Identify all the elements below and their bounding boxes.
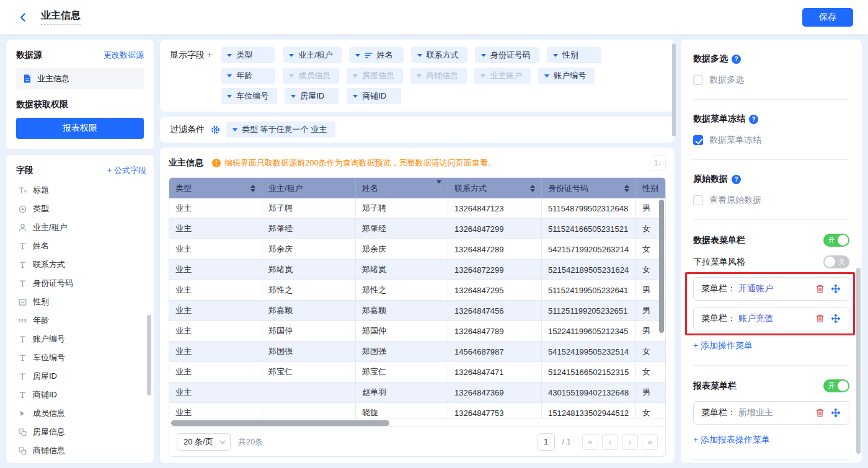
table-cell: 13264872299 <box>448 260 542 280</box>
table-menu-items: 菜单栏：开通账户菜单栏：账户充值 <box>693 277 849 330</box>
table-cell: 151248133502944512 <box>542 403 636 418</box>
trash-icon[interactable] <box>813 312 826 325</box>
help-icon[interactable] <box>749 115 758 124</box>
help-icon[interactable] <box>732 175 741 184</box>
document-icon <box>22 74 32 84</box>
add-display-field-button[interactable]: + <box>207 50 212 60</box>
display-field-chip[interactable]: 账户编号 <box>538 68 595 84</box>
field-item[interactable]: 联系方式 <box>16 255 146 274</box>
chevron-down-icon <box>227 95 232 98</box>
field-item[interactable]: 姓名 <box>16 237 146 255</box>
help-icon[interactable] <box>732 55 741 64</box>
menu-bar-item[interactable]: 菜单栏：账户充值 <box>693 307 849 330</box>
table-cell: 郑国仲 <box>262 321 356 341</box>
display-field-chip[interactable]: 类型 <box>221 47 275 63</box>
filter-condition-chip[interactable]: 类型 等于任意一个 业主 <box>226 121 335 138</box>
move-icon[interactable] <box>829 282 843 296</box>
add-report-menu-link[interactable]: + 添加报表操作菜单 <box>693 435 849 446</box>
field-item[interactable]: 标题 <box>16 181 146 200</box>
column-header[interactable]: 性别 <box>636 178 665 198</box>
trash-icon[interactable] <box>813 406 826 420</box>
column-header[interactable]: 身份证号码 <box>542 178 636 198</box>
table-cell: 男 <box>636 382 665 402</box>
column-header[interactable]: 姓名 <box>356 178 448 198</box>
change-datasource-link[interactable]: 更改数据源 <box>104 50 144 61</box>
display-fields-label: 显示字段+ <box>170 47 212 104</box>
fields-scrollbar[interactable] <box>147 315 151 395</box>
display-field-chip[interactable]: 成员信息 <box>283 68 339 84</box>
display-field-chip[interactable]: 商铺ID <box>347 88 401 104</box>
display-field-chip-label: 姓名 <box>377 50 393 61</box>
table-cell: 13264847471 <box>448 362 542 382</box>
field-item[interactable]: 性别 <box>16 293 146 311</box>
report-menu-toggle[interactable]: 开 <box>823 379 849 392</box>
field-item[interactable]: 车位编号 <box>16 348 146 367</box>
raw-data-checkbox[interactable] <box>693 195 703 205</box>
field-item[interactable]: 账户编号 <box>16 330 146 348</box>
gear-icon[interactable] <box>211 125 220 135</box>
menu-bar-item[interactable]: 菜单栏：新增业主 <box>693 401 849 425</box>
field-item[interactable]: 商铺信息 <box>16 441 146 460</box>
column-header-label: 业主/租户 <box>268 183 303 194</box>
display-field-chip[interactable]: 年龄 <box>221 68 275 84</box>
table-cell: 511251199205232651 <box>542 301 636 320</box>
add-formula-field-link[interactable]: + 公式字段 <box>107 165 146 176</box>
column-header[interactable]: 联系方式 <box>448 178 542 198</box>
page-size-select[interactable]: 20 条/页 <box>177 433 231 451</box>
field-item[interactable]: 房屋ID <box>16 367 146 386</box>
table-menu-toggle[interactable]: 开 <box>823 234 849 247</box>
field-item[interactable]: 身份证号码 <box>16 274 146 293</box>
table-vertical-scrollbar[interactable] <box>659 200 664 333</box>
display-field-chip[interactable]: 姓名 <box>349 47 404 63</box>
chevron-down-icon <box>355 54 360 57</box>
menu-bar-item-prefix: 菜单栏： <box>701 283 736 294</box>
field-item[interactable]: 成员信息 <box>16 404 146 423</box>
last-page-button[interactable]: » <box>642 434 658 450</box>
datasource-item[interactable]: 业主信息 <box>16 68 144 89</box>
table-cell: 13264847289 <box>448 239 542 259</box>
next-page-button[interactable]: › <box>622 434 638 450</box>
column-header[interactable]: 业主/租户 <box>262 178 356 198</box>
display-field-chip[interactable]: 商铺信息 <box>410 68 467 84</box>
display-field-chip[interactable]: 房屋ID <box>285 88 339 104</box>
field-item[interactable]: 123年龄 <box>16 311 146 330</box>
field-item-label: 联系方式 <box>33 259 65 270</box>
display-field-chip[interactable]: 性别 <box>547 47 601 63</box>
table-cell: 13264847369 <box>448 382 542 402</box>
display-field-chip[interactable]: 房屋信息 <box>347 68 403 84</box>
perm-title: 数据获取权限 <box>16 99 144 110</box>
move-icon[interactable] <box>829 406 843 420</box>
add-action-menu-link[interactable]: + 添加操作菜单 <box>693 340 849 351</box>
first-page-button[interactable]: « <box>582 434 598 450</box>
trash-icon[interactable] <box>813 282 826 296</box>
field-item[interactable]: 商铺ID <box>16 386 146 404</box>
table-cell: 业主 <box>169 342 262 361</box>
panel-scrollbar[interactable] <box>672 43 676 136</box>
display-field-chip[interactable]: 身份证号码 <box>475 47 539 63</box>
column-header[interactable]: 类型 <box>169 178 262 198</box>
display-field-chip[interactable]: 联系方式 <box>411 47 467 63</box>
field-item[interactable]: 类型 <box>16 200 146 218</box>
table-horizontal-scrollbar[interactable] <box>169 418 665 426</box>
display-field-chip-label: 车位编号 <box>236 91 268 102</box>
prev-page-button[interactable]: ‹ <box>602 434 618 450</box>
display-field-chip[interactable]: 业主账户 <box>474 68 531 84</box>
chevron-down-icon <box>227 74 232 77</box>
chip-row: 类型业主/租户姓名联系方式身份证号码性别 <box>221 47 601 63</box>
display-field-chip[interactable]: 业主/租户 <box>283 47 342 63</box>
menu-freeze-checkbox[interactable] <box>693 135 703 145</box>
menu-bar-item[interactable]: 菜单栏：开通账户 <box>693 277 849 301</box>
back-button[interactable] <box>15 9 31 25</box>
report-permission-button[interactable]: 报表权限 <box>16 118 144 139</box>
display-field-chip[interactable]: 车位编号 <box>221 88 277 104</box>
sort-order-icon[interactable]: 1↓ <box>650 155 666 171</box>
move-icon[interactable] <box>829 312 843 325</box>
field-item[interactable]: 房屋信息 <box>16 423 146 441</box>
field-item[interactable]: 业主/租户 <box>16 218 146 237</box>
dropdown-style-toggle[interactable]: 关 <box>823 255 849 268</box>
table-row: 业主郑余庆郑余庆13264847289542157199205263214女 <box>169 239 665 260</box>
current-page-input[interactable]: 1 <box>538 433 555 451</box>
save-button[interactable]: 保存 <box>802 8 853 27</box>
multi-select-checkbox[interactable] <box>693 75 703 85</box>
settings-scrollbar[interactable] <box>856 268 861 454</box>
